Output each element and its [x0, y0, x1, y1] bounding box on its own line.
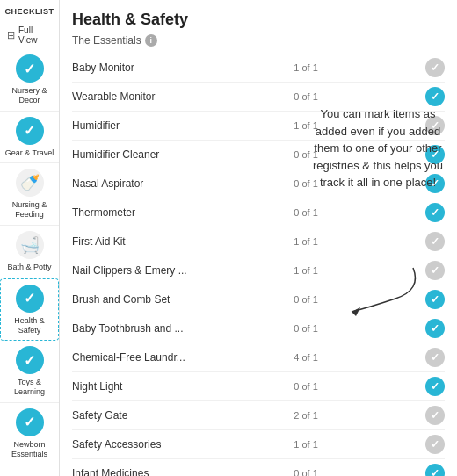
toys-learning-label: Toys & Learning: [4, 378, 55, 397]
item-check-circle[interactable]: ✓: [425, 406, 445, 425]
item-name: Safety Accessories: [72, 438, 195, 451]
nursing-icon: 🍼: [20, 173, 40, 192]
checkmark-icon: ✓: [431, 322, 439, 335]
item-check-circle[interactable]: ✓: [425, 319, 445, 338]
item-check-circle[interactable]: ✓: [425, 232, 445, 251]
item-row[interactable]: Safety Accessories1 of 1✓: [72, 430, 445, 459]
checkmark-icon: ✓: [431, 206, 439, 219]
section-label-text: The Essentials: [72, 34, 141, 47]
item-name: Wearable Monitor: [72, 90, 195, 103]
callout-text: You can mark items as added even if you …: [313, 107, 443, 189]
checkmark-icon: ✓: [431, 264, 439, 277]
item-count: 1 of 1: [294, 62, 318, 73]
nursing-icon-circle: 🍼: [16, 169, 44, 197]
sidebar-item-nursery-decor[interactable]: ✓ Nursery & Decor: [0, 49, 59, 112]
health-checkmark: ✓: [24, 290, 35, 307]
item-name: Humidifier: [72, 119, 195, 132]
sidebar-item-nursing-feeding[interactable]: 🍼 Nursing & Feeding: [0, 163, 59, 226]
item-count: 0 of 1: [294, 468, 318, 476]
health-check-circle: ✓: [16, 285, 44, 313]
info-icon[interactable]: i: [145, 34, 157, 47]
checkmark-icon: ✓: [431, 90, 439, 103]
arrow-illustration: [343, 263, 431, 316]
full-view-item[interactable]: ⊞ Full View: [0, 21, 59, 49]
item-check-circle[interactable]: ✓: [425, 464, 445, 476]
bath-icon: 🛁: [20, 235, 40, 255]
item-name: Safety Gate: [72, 409, 195, 422]
section-label: The Essentials i: [72, 34, 445, 47]
item-row[interactable]: Baby Monitor1 of 1✓: [72, 54, 445, 83]
checkmark-icon: ✓: [431, 293, 439, 306]
item-count: 1 of 1: [294, 439, 318, 450]
sidebar-item-bath-potty[interactable]: 🛁 Bath & Potty: [0, 226, 59, 278]
checkmark-icon: ✓: [431, 467, 439, 476]
item-check-circle[interactable]: ✓: [425, 87, 445, 106]
item-count: 0 of 1: [294, 323, 318, 334]
item-row[interactable]: Night Light0 of 1✓: [72, 372, 445, 401]
item-row[interactable]: Safety Gate2 of 1✓: [72, 401, 445, 430]
sidebar: CHECKLIST ⊞ Full View ✓ Nursery & Decor …: [0, 0, 60, 476]
item-row[interactable]: Baby Toothbrush and ...0 of 1✓: [72, 314, 445, 343]
checkmark-icon: ✓: [431, 351, 439, 364]
toys-check-circle: ✓: [16, 346, 44, 374]
newborn-essentials-label: Newborn Essentials: [4, 440, 55, 459]
item-check-circle[interactable]: ✓: [425, 377, 445, 396]
item-check-circle[interactable]: ✓: [425, 203, 445, 222]
item-name: Nasal Aspirator: [72, 177, 195, 190]
item-count: 0 of 1: [294, 91, 318, 102]
gear-check-circle: ✓: [16, 117, 44, 145]
checkmark-icon: ✓: [431, 235, 439, 248]
checkmark-icon: ✓: [431, 61, 439, 74]
sidebar-item-health-safety[interactable]: ✓ Health & Safety: [0, 278, 59, 342]
item-name: Night Light: [72, 380, 195, 393]
bath-potty-label: Bath & Potty: [7, 263, 51, 272]
main-content: Health & Safety The Essentials i Baby Mo…: [60, 0, 457, 476]
item-name: Humidifier Cleaner: [72, 148, 195, 161]
newborn-checkmark: ✓: [24, 414, 35, 430]
item-row[interactable]: Infant Medicines0 of 1✓: [72, 459, 445, 476]
item-name: Baby Monitor: [72, 61, 195, 74]
item-row[interactable]: First Aid Kit1 of 1✓: [72, 227, 445, 256]
page-title: Health & Safety: [72, 11, 445, 29]
nursery-check-circle: ✓: [16, 54, 44, 83]
newborn-check-circle: ✓: [16, 408, 44, 436]
item-name: Chemical-Free Laundr...: [72, 351, 195, 364]
full-view-label: Full View: [18, 25, 52, 45]
item-count: 1 of 1: [294, 265, 318, 276]
item-check-circle[interactable]: ✓: [425, 58, 445, 77]
nursing-feeding-label: Nursing & Feeding: [4, 200, 55, 220]
item-row[interactable]: Thermometer0 of 1✓: [72, 198, 445, 227]
item-row[interactable]: Chemical-Free Laundr...4 of 1✓: [72, 343, 445, 372]
item-count: 0 of 1: [294, 381, 318, 392]
checkmark-icon: ✓: [431, 409, 439, 422]
item-name: Thermometer: [72, 206, 195, 219]
bath-icon-circle: 🛁: [16, 231, 44, 259]
grid-icon: ⊞: [7, 30, 15, 41]
item-name: Nail Clippers & Emery ...: [72, 264, 195, 277]
item-name: Infant Medicines: [72, 467, 195, 476]
sidebar-item-newborn-essentials[interactable]: ✓ Newborn Essentials: [0, 403, 59, 465]
nursery-decor-label: Nursery & Decor: [4, 86, 55, 105]
nursery-checkmark: ✓: [24, 61, 35, 77]
item-name: Brush and Comb Set: [72, 293, 195, 306]
item-count: 4 of 1: [294, 352, 318, 363]
item-check-circle[interactable]: ✓: [425, 435, 445, 454]
checkmark-icon: ✓: [431, 438, 439, 451]
item-count: 0 of 1: [294, 207, 318, 218]
item-check-circle[interactable]: ✓: [425, 348, 445, 367]
item-name: Baby Toothbrush and ...: [72, 322, 195, 335]
callout-box: You can mark items as added even if you …: [308, 105, 448, 191]
item-count: 1 of 1: [294, 236, 318, 247]
sidebar-item-toys-learning[interactable]: ✓ Toys & Learning: [0, 341, 59, 403]
gear-checkmark: ✓: [24, 122, 35, 139]
item-count: 2 of 1: [294, 410, 318, 421]
toys-checkmark: ✓: [24, 352, 35, 369]
gear-travel-label: Gear & Travel: [5, 148, 54, 158]
item-count: 0 of 1: [294, 294, 318, 305]
sidebar-header: CHECKLIST: [5, 7, 54, 16]
svg-marker-0: [352, 307, 360, 316]
item-name: First Aid Kit: [72, 235, 195, 248]
health-safety-label: Health & Safety: [4, 316, 54, 335]
sidebar-item-gear-travel[interactable]: ✓ Gear & Travel: [0, 112, 59, 164]
checkmark-icon: ✓: [431, 380, 439, 393]
